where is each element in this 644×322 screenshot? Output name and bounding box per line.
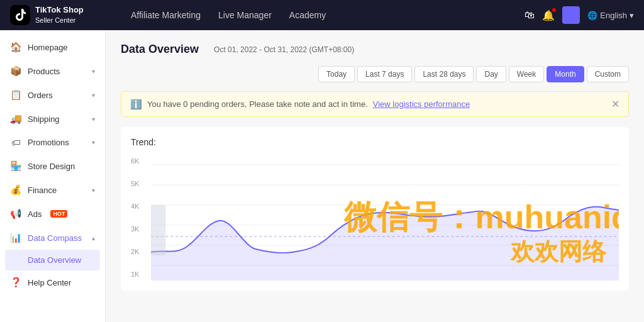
orders-icon: 📋 xyxy=(10,89,21,101)
orders-chevron: ▾ xyxy=(92,92,95,99)
alert-bar: ℹ️ You have 0 pending orders, Please tak… xyxy=(121,91,629,117)
date-filter-buttons: Today Last 7 days Last 28 days Day Week … xyxy=(318,66,629,82)
notification-dot xyxy=(552,8,556,12)
y-label-6k: 6K xyxy=(131,157,150,165)
alert-message: You have 0 pending orders, Please take n… xyxy=(147,99,368,109)
sidebar-subitem-data-overview[interactable]: Data Overview xyxy=(5,250,100,270)
finance-icon: 💰 xyxy=(10,184,21,196)
sidebar-item-homepage[interactable]: 🏠 Homepage xyxy=(0,35,105,59)
sidebar-item-finance[interactable]: 💰 Finance ▾ xyxy=(0,178,105,202)
y-label-2k: 2K xyxy=(131,248,150,255)
sidebar-item-help-center[interactable]: ❓ Help Center xyxy=(0,270,105,294)
main-layout: 🏠 Homepage 📦 Products ▾ 📋 Orders ▾ 🚚 Shi… xyxy=(0,30,644,322)
logo-brand: TikTok Shop xyxy=(35,5,84,16)
products-chevron: ▾ xyxy=(92,68,95,75)
btn-month[interactable]: Month xyxy=(547,66,584,82)
sidebar-item-data-compass[interactable]: 📊 Data Compass ▴ xyxy=(0,226,105,250)
nav-affiliate-marketing[interactable]: Affiliate Marketing xyxy=(131,10,201,20)
btn-day[interactable]: Day xyxy=(476,66,506,82)
finance-chevron: ▾ xyxy=(92,187,95,194)
promotions-icon: 🏷 xyxy=(10,137,21,148)
btn-last28[interactable]: Last 28 days xyxy=(414,66,474,82)
nav-right: 🛍 🔔 🌐 English ▾ xyxy=(525,6,634,24)
data-header: Data Overview Oct 01, 2022 - Oct 31, 202… xyxy=(121,43,629,82)
top-nav: TikTok Shop Seller Center Affiliate Mark… xyxy=(0,0,644,30)
btn-today[interactable]: Today xyxy=(318,66,355,82)
home-icon: 🏠 xyxy=(10,42,21,53)
sidebar-item-promotions[interactable]: 🏷 Promotions ▾ xyxy=(0,131,105,154)
shop-icon-btn[interactable]: 🛍 xyxy=(525,9,535,21)
logo-area: TikTok Shop Seller Center xyxy=(10,5,111,25)
help-icon: ❓ xyxy=(10,277,21,288)
products-icon: 📦 xyxy=(10,65,21,77)
trend-label: Trend: xyxy=(131,137,619,147)
language-selector[interactable]: 🌐 English ▾ xyxy=(587,11,634,20)
user-avatar[interactable] xyxy=(562,6,580,24)
nav-links: Affiliate Marketing Live Manager Academy xyxy=(131,10,504,20)
shipping-chevron: ▾ xyxy=(92,116,95,123)
date-range-label: Oct 01, 2022 - Oct 31, 2022 (GMT+08:00) xyxy=(214,45,354,54)
trend-chart-svg xyxy=(151,155,619,280)
btn-week[interactable]: Week xyxy=(509,66,544,82)
chart-wrapper: 6K 5K 4K 3K 2K 1K xyxy=(131,155,619,280)
ads-icon: 📢 xyxy=(10,208,21,219)
data-compass-chevron: ▴ xyxy=(92,235,95,242)
sidebar-item-orders[interactable]: 📋 Orders ▾ xyxy=(0,83,105,107)
notification-icon-btn[interactable]: 🔔 xyxy=(542,9,555,21)
main-content: Data Overview Oct 01, 2022 - Oct 31, 202… xyxy=(106,30,644,322)
sidebar-item-store-design[interactable]: 🏪 Store Design xyxy=(0,154,105,178)
shipping-icon: 🚚 xyxy=(10,113,21,125)
data-compass-icon: 📊 xyxy=(10,232,21,243)
alert-close-btn[interactable]: ✕ xyxy=(611,98,619,110)
alert-icon: ℹ️ xyxy=(130,99,142,110)
y-label-3k: 3K xyxy=(131,225,150,233)
tiktok-logo-icon xyxy=(10,5,30,25)
page-title: Data Overview xyxy=(121,43,199,56)
svg-rect-7 xyxy=(151,205,165,255)
sidebar-item-products[interactable]: 📦 Products ▾ xyxy=(0,59,105,83)
hot-badge: HOT xyxy=(50,210,67,218)
btn-custom[interactable]: Custom xyxy=(587,66,629,82)
y-label-4k: 4K xyxy=(131,203,150,210)
alert-link[interactable]: View logistics performance xyxy=(373,99,470,109)
btn-last7[interactable]: Last 7 days xyxy=(357,66,412,82)
sidebar: 🏠 Homepage 📦 Products ▾ 📋 Orders ▾ 🚚 Shi… xyxy=(0,30,106,322)
store-design-icon: 🏪 xyxy=(10,160,21,172)
logo-sub: Seller Center xyxy=(35,16,84,25)
y-label-5k: 5K xyxy=(131,180,150,187)
nav-live-manager[interactable]: Live Manager xyxy=(218,10,272,20)
chart-section: Trend: 6K 5K 4K 3K 2K 1K xyxy=(121,127,629,291)
y-axis-labels: 6K 5K 4K 3K 2K 1K xyxy=(131,155,150,280)
y-label-1k: 1K xyxy=(131,270,150,278)
sidebar-item-shipping[interactable]: 🚚 Shipping ▾ xyxy=(0,107,105,131)
sidebar-item-ads[interactable]: 📢 Ads HOT xyxy=(0,202,105,226)
promotions-chevron: ▾ xyxy=(92,139,95,146)
nav-academy[interactable]: Academy xyxy=(289,10,326,20)
